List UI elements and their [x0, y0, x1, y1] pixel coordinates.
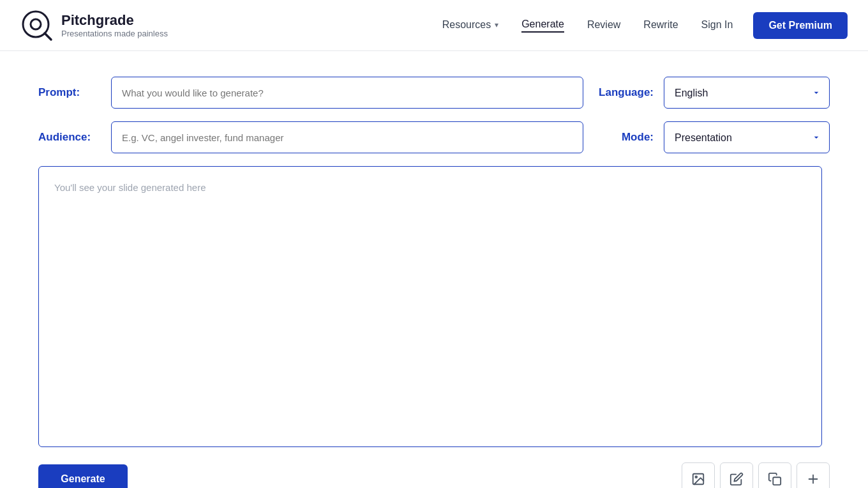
add-icon [806, 472, 820, 486]
slide-preview: You'll see your slide generated here [38, 166, 822, 447]
nav-signin[interactable]: Sign In [701, 19, 733, 32]
logo-subtitle: Presentations made painless [61, 29, 168, 38]
copy-icon [768, 472, 782, 486]
chevron-down-icon: ▾ [495, 20, 498, 29]
image-icon [691, 472, 705, 486]
language-select[interactable]: English French Spanish German Chinese [664, 77, 830, 109]
nav-review[interactable]: Review [587, 19, 620, 32]
logo-title: Pitchgrade [61, 12, 168, 29]
svg-rect-5 [773, 477, 781, 485]
logo[interactable]: Pitchgrade Presentations made painless [20, 9, 168, 42]
prompt-row: Prompt: Language: English French Spanish… [38, 77, 830, 109]
get-premium-button[interactable]: Get Premium [753, 12, 848, 39]
audience-label: Audience: [38, 131, 96, 144]
nav-rewrite[interactable]: Rewrite [643, 19, 678, 32]
svg-point-1 [31, 19, 41, 29]
mode-select[interactable]: Presentation Document Summary [664, 121, 830, 153]
prompt-label: Prompt: [38, 86, 96, 99]
language-group: Language: English French Spanish German … [599, 77, 830, 109]
slide-placeholder-text: You'll see your slide generated here [54, 182, 206, 193]
prompt-input[interactable] [111, 77, 583, 109]
mode-group: Mode: Presentation Document Summary [622, 121, 830, 153]
audience-row: Audience: Mode: Presentation Document Su… [38, 121, 830, 153]
edit-icon [730, 472, 744, 486]
nav-resources[interactable]: Resources ▾ [442, 19, 498, 32]
language-label: Language: [599, 86, 654, 99]
generate-button[interactable]: Generate [38, 464, 128, 488]
bottom-toolbar: Generate [38, 462, 830, 488]
image-icon-button[interactable] [682, 462, 715, 488]
svg-line-2 [45, 33, 51, 40]
main-nav: Resources ▾ Generate Review Rewrite Sign… [442, 19, 733, 33]
nav-generate[interactable]: Generate [521, 19, 564, 33]
copy-icon-button[interactable] [758, 462, 791, 488]
svg-point-4 [695, 476, 697, 478]
audience-input[interactable] [111, 121, 583, 153]
logo-icon [20, 9, 54, 42]
edit-icon-button[interactable] [720, 462, 753, 488]
icon-toolbar [682, 462, 830, 488]
mode-label: Mode: [622, 131, 654, 144]
add-icon-button[interactable] [797, 462, 830, 488]
